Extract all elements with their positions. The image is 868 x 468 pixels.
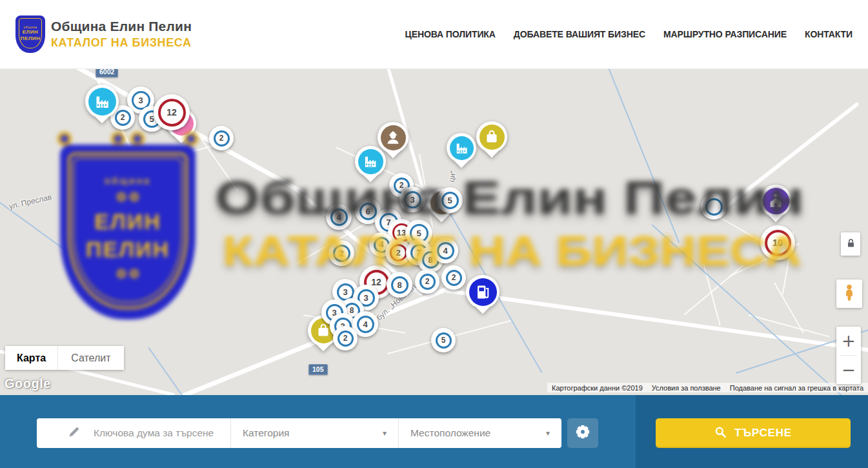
ornament-curl — [130, 132, 145, 146]
report-error-link[interactable]: Подаване на сигнал за грешка в картата — [725, 384, 868, 392]
crest-inner: община ЕЛИН ПЕЛИН — [19, 18, 42, 48]
municipality-crest-logo: община ЕЛИН ПЕЛИН — [15, 15, 45, 53]
cluster-marker[interactable] — [701, 194, 727, 219]
attribution-data: Картографски данни ©2019 — [547, 384, 647, 392]
cluster-marker[interactable]: 4 — [432, 238, 458, 263]
page: община ЕЛИН ПЕЛИН Община Елин Пелин КАТА… — [0, 0, 868, 468]
satellite-view-button[interactable]: Сателит — [57, 346, 123, 370]
chevron-down-icon: ▾ — [546, 429, 550, 438]
search-fields: Категория ▾ Местоположение ▾ — [37, 418, 561, 448]
cluster-marker[interactable]: 12 — [154, 94, 190, 130]
keyword-input[interactable] — [94, 427, 229, 439]
bag-icon — [479, 125, 505, 150]
cluster-marker[interactable]: 8 — [387, 272, 412, 298]
chevron-down-icon: ▾ — [383, 429, 387, 438]
nav-item-add-business[interactable]: ДОБАВЕТЕ ВАШИЯТ БИЗНЕС — [514, 29, 645, 39]
brand-text: Община Елин Пелин КАТАЛОГ НА БИЗНЕСА — [51, 19, 192, 50]
category-dropdown[interactable]: Категория ▾ — [230, 418, 398, 448]
brand[interactable]: община ЕЛИН ПЕЛИН Община Елин Пелин КАТА… — [15, 15, 192, 53]
route-badge: 6002 — [96, 69, 118, 77]
search-bar: Категория ▾ Местоположение ▾ ТЪРСЕНЕ — [0, 395, 868, 468]
church-icon — [763, 188, 789, 214]
nav-item-pricing[interactable]: ЦЕНОВА ПОЛИТИКА — [405, 29, 496, 39]
church-pin[interactable] — [760, 185, 792, 226]
water-line — [651, 224, 853, 395]
pencil-icon — [68, 425, 81, 441]
factory-icon — [88, 88, 116, 116]
zoom-in-button[interactable]: + — [836, 327, 861, 355]
crest-top-word: община — [23, 25, 37, 29]
map[interactable]: ул. Преславбул. „Новоселци“6002105 32512… — [0, 69, 868, 395]
location-label: Местоположение — [410, 427, 490, 439]
crest-name-line1: ЕЛИН — [94, 208, 161, 236]
search-button[interactable]: ТЪРСЕНЕ — [656, 418, 851, 448]
factory-pin[interactable] — [447, 133, 476, 172]
cluster-marker[interactable]: 3 — [399, 187, 425, 212]
lock-icon — [845, 238, 856, 251]
gear-icon — [575, 424, 590, 442]
watermark-subtitle: КАТАЛОГ НА БИЗНЕСА — [223, 227, 802, 275]
fuel-pin[interactable] — [466, 275, 500, 318]
water-line — [606, 69, 680, 243]
category-label: Категория — [243, 427, 289, 439]
factory-icon — [358, 149, 383, 174]
cluster-marker[interactable]: 10 — [760, 225, 795, 260]
watermark-crest: община ЕЛИН ПЕЛИН — [55, 136, 201, 320]
site-title: Община Елин Пелин — [51, 19, 192, 34]
fuel-icon — [469, 278, 497, 306]
ornament-curl — [57, 132, 72, 146]
cluster-marker[interactable]: 2 — [328, 240, 354, 266]
crest-flourish — [117, 192, 139, 201]
cluster-marker[interactable]: 2 — [333, 326, 358, 351]
cluster-marker[interactable]: 2 — [441, 265, 466, 290]
lock-button[interactable] — [841, 232, 860, 256]
google-logo[interactable]: Google — [5, 376, 51, 391]
search-button-label: ТЪРСЕНЕ — [734, 427, 792, 440]
crest-name-line2: ПЕЛИН — [86, 236, 170, 263]
crest-flourish — [117, 269, 139, 278]
factory-pin[interactable] — [355, 146, 386, 186]
terms-link[interactable]: Условия за ползване — [647, 384, 725, 392]
keyword-field[interactable] — [37, 418, 230, 448]
nav-item-contacts[interactable]: КОНТАКТИ — [805, 29, 853, 39]
pegman-icon — [842, 283, 856, 304]
cluster-marker[interactable]: 5 — [437, 187, 463, 213]
map-type-control: Карта Сателит — [5, 346, 124, 370]
crest-border-inner: община ЕЛИН ПЕЛИН — [73, 158, 183, 303]
street-label: ци“ — [447, 170, 458, 183]
map-view-button[interactable]: Карта — [5, 346, 57, 370]
map-attribution: Картографски данни ©2019 Условия за полз… — [547, 383, 868, 392]
nav-item-route-schedule[interactable]: МАРШРУТНО РАЗПИСАНИЕ — [663, 29, 787, 39]
location-dropdown[interactable]: Местоположение ▾ — [398, 418, 561, 448]
advanced-settings-button[interactable] — [567, 418, 598, 448]
cluster-marker[interactable]: 4 — [326, 204, 352, 230]
crest-border-outer — [68, 152, 188, 309]
road-line — [683, 265, 743, 316]
factory-pin[interactable] — [85, 85, 119, 127]
road-line — [725, 102, 860, 209]
zoom-control: + − — [836, 327, 861, 384]
cluster-marker[interactable]: 2 — [209, 126, 234, 150]
water-line — [148, 347, 230, 395]
street-view-pegman-button[interactable] — [836, 280, 862, 308]
cluster-marker[interactable]: 2 — [415, 269, 439, 294]
main-nav: ЦЕНОВА ПОЛИТИКА ДОБАВЕТЕ ВАШИЯТ БИЗНЕС М… — [405, 29, 853, 39]
crest-name-line2: ПЕЛИН — [21, 36, 41, 42]
cluster-marker[interactable]: 5 — [431, 328, 456, 352]
water-line — [0, 195, 147, 310]
route-badge: 105 — [308, 364, 328, 375]
street-label: ул. Преслав — [8, 192, 52, 211]
search-icon — [714, 426, 727, 441]
zoom-out-button[interactable]: − — [836, 356, 861, 384]
site-subtitle: КАТАЛОГ НА БИЗНЕСА — [51, 36, 192, 50]
site-header: община ЕЛИН ПЕЛИН Община Елин Пелин КАТА… — [0, 0, 868, 69]
factory-icon — [450, 136, 474, 160]
watermark-crest-shield: община ЕЛИН ПЕЛИН — [60, 145, 196, 320]
crest-name-line1: ЕЛИН — [23, 30, 38, 36]
bag-pin[interactable] — [476, 121, 507, 161]
